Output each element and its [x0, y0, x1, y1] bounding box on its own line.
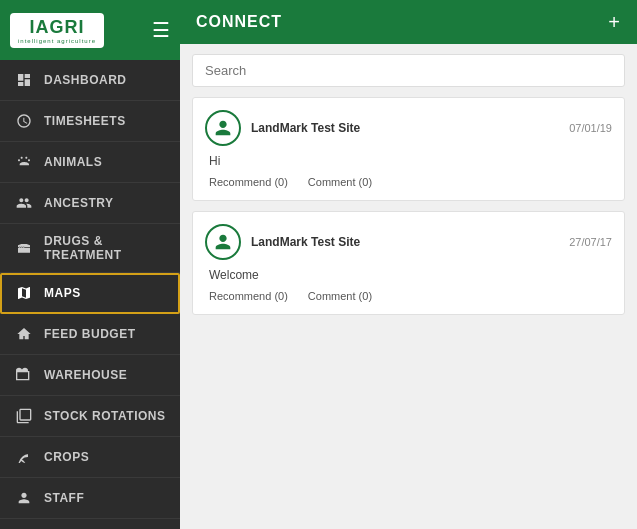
sidebar-item-label: MAPS	[44, 286, 81, 300]
dashboard-icon	[14, 70, 34, 90]
ancestry-icon	[14, 193, 34, 213]
comment-button[interactable]: Comment (0)	[308, 290, 372, 302]
search-input[interactable]	[193, 55, 624, 86]
drugs-icon	[14, 238, 34, 258]
sidebar-item-label: STOCK ROTATIONS	[44, 409, 166, 423]
post-message: Hi	[205, 154, 612, 168]
logo-sub: intelligent agriculture	[18, 38, 96, 44]
post-author-name: LandMark Test Site	[251, 121, 360, 135]
sidebar-item-maps[interactable]: MAPS	[0, 273, 180, 314]
sidebar-item-label: STAFF	[44, 491, 84, 505]
recommend-button[interactable]: Recommend (0)	[209, 176, 288, 188]
sidebar-item-label: FEED BUDGET	[44, 327, 136, 341]
avatar	[205, 224, 241, 260]
maps-icon	[14, 283, 34, 303]
feed-icon	[14, 324, 34, 344]
sidebar-item-dashboard[interactable]: DASHBOARD	[0, 60, 180, 101]
post-message: Welcome	[205, 268, 612, 282]
recommend-button[interactable]: Recommend (0)	[209, 290, 288, 302]
post-author-info: LandMark Test Site	[205, 110, 360, 146]
warehouse-icon	[14, 365, 34, 385]
connect-title: CONNECT	[196, 13, 282, 31]
search-bar	[192, 54, 625, 87]
post-actions: Recommend (0) Comment (0)	[205, 290, 612, 302]
hamburger-icon[interactable]: ☰	[152, 18, 170, 42]
sidebar-item-label: TIMESHEETS	[44, 114, 126, 128]
logo-text: IAGRI	[30, 17, 85, 38]
animals-icon	[14, 152, 34, 172]
timesheets-icon	[14, 111, 34, 131]
staff-icon	[14, 488, 34, 508]
post-actions: Recommend (0) Comment (0)	[205, 176, 612, 188]
logo: IAGRI intelligent agriculture	[10, 13, 104, 48]
sidebar-item-label: ANIMALS	[44, 155, 102, 169]
comment-button[interactable]: Comment (0)	[308, 176, 372, 188]
sidebar: IAGRI intelligent agriculture ☰ DASHBOAR…	[0, 0, 180, 529]
sidebar-item-crops[interactable]: CROPS	[0, 437, 180, 478]
post-card: LandMark Test Site 07/01/19 Hi Recommend…	[192, 97, 625, 201]
post-author-info: LandMark Test Site	[205, 224, 360, 260]
sidebar-item-feed-budget[interactable]: FEED BUDGET	[0, 314, 180, 355]
sidebar-item-label: ANCESTRY	[44, 196, 114, 210]
sidebar-item-staff[interactable]: STAFF	[0, 478, 180, 519]
main-content: CONNECT + LandMark Test Site 07/01/19 Hi…	[180, 0, 637, 529]
sidebar-item-stock-rotations[interactable]: STOCK ROTATIONS	[0, 396, 180, 437]
connect-header: CONNECT +	[180, 0, 637, 44]
sidebar-item-assets[interactable]: ASSETS	[0, 519, 180, 529]
sidebar-item-label: DRUGS & TREATMENT	[44, 234, 166, 262]
crops-icon	[14, 447, 34, 467]
sidebar-item-drugs-treatment[interactable]: DRUGS & TREATMENT	[0, 224, 180, 273]
sidebar-item-timesheets[interactable]: TIMESHEETS	[0, 101, 180, 142]
post-header: LandMark Test Site 27/07/17	[205, 224, 612, 260]
sidebar-item-ancestry[interactable]: ANCESTRY	[0, 183, 180, 224]
sidebar-item-label: WAREHOUSE	[44, 368, 127, 382]
post-date: 07/01/19	[569, 122, 612, 134]
sidebar-item-label: CROPS	[44, 450, 89, 464]
post-card: LandMark Test Site 27/07/17 Welcome Reco…	[192, 211, 625, 315]
sidebar-item-animals[interactable]: ANIMALS	[0, 142, 180, 183]
posts-container: LandMark Test Site 07/01/19 Hi Recommend…	[180, 97, 637, 529]
sidebar-nav: DASHBOARD TIMESHEETS ANIMALS ANCESTRY	[0, 60, 180, 529]
sidebar-header: IAGRI intelligent agriculture ☰	[0, 0, 180, 60]
sidebar-item-warehouse[interactable]: WAREHOUSE	[0, 355, 180, 396]
post-header: LandMark Test Site 07/01/19	[205, 110, 612, 146]
avatar	[205, 110, 241, 146]
sidebar-item-label: DASHBOARD	[44, 73, 127, 87]
post-author-name: LandMark Test Site	[251, 235, 360, 249]
post-date: 27/07/17	[569, 236, 612, 248]
stock-icon	[14, 406, 34, 426]
add-post-button[interactable]: +	[608, 11, 621, 34]
